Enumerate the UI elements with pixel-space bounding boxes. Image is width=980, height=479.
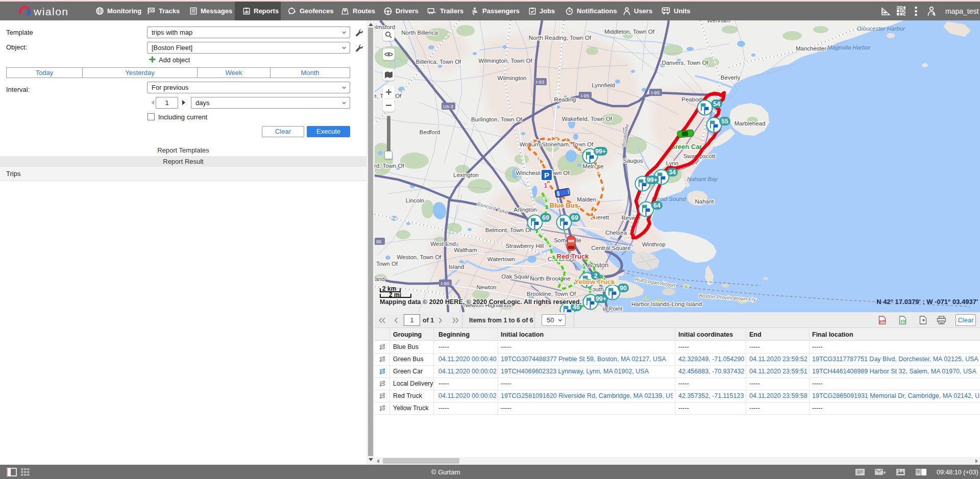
svg-text:Magnolia Harbor: Magnolia Harbor [827,44,871,51]
svg-text:North Reading, Town Of: North Reading, Town Of [529,35,592,41]
svg-text:wialon: wialon [33,6,69,17]
svg-text:Malden: Malden [577,196,596,203]
svg-text:Lynnfield: Lynnfield [592,82,615,88]
svg-text:99+: 99+ [596,295,606,302]
svg-text:Reading: Reading [554,96,576,103]
svg-text:I-95: I-95 [651,90,659,95]
svg-text:N 42° 17.0379' : W -071° 03.49: N 42° 17.0379' : W -071° 03.4937' [876,298,978,306]
svg-text:Yellow Truck: Yellow Truck [575,278,616,286]
svg-text:pdf: pdf [879,319,886,323]
svg-text:95: 95 [376,239,382,244]
svg-text:ia Point: ia Point [603,306,623,312]
svg-text:90: 90 [620,285,627,292]
svg-text:Middleton, Town Of: Middleton, Town Of [604,29,655,35]
svg-text:Lynn: Lynn [666,160,679,166]
svg-text:Brookline, Town Of: Brookline, Town Of [527,291,576,297]
svg-text:Weston, Town Of: Weston, Town Of [397,254,442,260]
svg-text:69: 69 [542,214,549,221]
svg-text:Mapping data © 2020 HERE, © 20: Mapping data © 2020 HERE, © 2020 CoreLog… [380,298,581,306]
svg-text:North Brookline: North Brookline [530,275,570,282]
svg-text:Beverly: Beverly [721,74,741,81]
svg-text:99+: 99+ [595,148,606,155]
svg-text:rd, Town Of: rd, Town Of [375,163,404,169]
svg-text:54: 54 [713,100,720,108]
svg-text:Lexington: Lexington [453,172,479,178]
svg-text:I-90: I-90 [441,281,449,286]
svg-text:Us-3: Us-3 [443,104,453,109]
svg-text:Wenham: Wenham [707,20,730,23]
svg-text:Winthrop: Winthrop [642,241,666,247]
svg-text:North Billerica: North Billerica [401,30,438,36]
svg-text:Newton: Newton [477,284,497,290]
svg-text:Nahant: Nahant [695,198,714,205]
svg-text:Manchester: Manchester [796,45,826,52]
svg-text:34: 34 [669,169,676,176]
svg-text:Marblehead: Marblehead [734,120,766,127]
svg-text:West End: West End [430,241,456,247]
svg-text:and: and [375,276,384,282]
svg-text:Oak Square: Oak Square [501,273,532,280]
svg-text:Stoneham, Town Of: Stoneham, Town Of [542,141,594,147]
svg-text:Waltham: Waltham [454,247,477,253]
svg-text:xls: xls [900,319,905,323]
svg-text:Nahant Bay: Nahant Bay [687,176,718,182]
svg-text:Saugus: Saugus [623,158,643,164]
svg-text:I-93: I-93 [536,79,544,85]
svg-text:Red Truck: Red Truck [557,253,590,260]
svg-text:Watertown: Watertown [487,256,516,262]
svg-text:Gloucester Harbor: Gloucester Harbor [857,26,905,32]
svg-text:Melrose: Melrose [583,163,604,169]
svg-text:Harbor Islands-Long Island: Harbor Islands-Long Island [631,301,702,307]
svg-text:Billerica, Town Of: Billerica, Town Of [416,59,461,65]
svg-text:Burlington, Town Of: Burlington, Town Of [471,116,523,122]
svg-text:69: 69 [571,214,578,221]
svg-text:Wilmington, Town Of: Wilmington, Town Of [478,58,532,64]
svg-text:Belmont, Town Of: Belmont, Town Of [485,227,532,233]
svg-text:Central Square: Central Square [591,245,630,251]
svg-text:P: P [544,171,549,180]
svg-text:Island: Island [449,264,464,270]
svg-text:Danvers, Town Of: Danvers, Town Of [662,60,708,66]
svg-text:99+: 99+ [647,177,657,184]
svg-text:Town Of: Town Of [376,261,398,267]
svg-text:1: 1 [544,182,547,189]
svg-text:64: 64 [653,202,660,209]
svg-text:Bedford: Bedford [420,129,440,135]
svg-text:I-95: I-95 [581,93,589,98]
svg-text:Wakefield, Town Of: Wakefield, Town Of [562,116,612,122]
svg-text:Blue Bus: Blue Bus [550,201,578,209]
svg-text:Arlington: Arlington [513,207,536,213]
svg-text:55: 55 [721,118,728,125]
svg-text:Wilmington: Wilmington [498,75,527,81]
svg-text:Chelsea: Chelsea [605,230,627,236]
svg-text:Lincoln: Lincoln [406,197,424,204]
svg-text:Strawberry Hill: Strawberry Hill [506,243,544,249]
